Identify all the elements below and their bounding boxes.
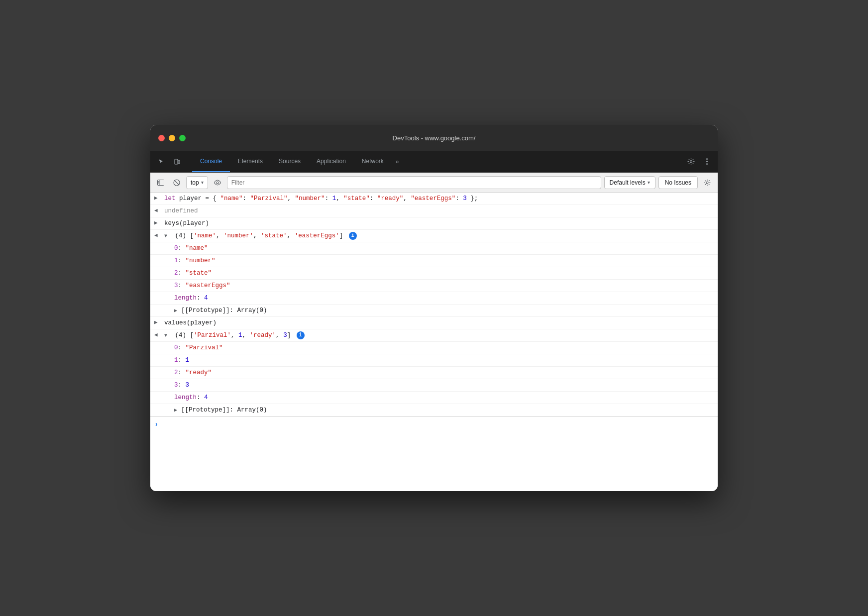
line-content: ▼ (4) ['name', 'number', 'state', 'easte… <box>164 231 714 241</box>
output-arrow: ◀ <box>154 330 164 340</box>
svg-point-3 <box>706 158 708 160</box>
console-line-array-item: 0: "Parzival" <box>150 342 718 354</box>
line-content: ▶[[Prototype]]: Array(0) <box>174 405 714 415</box>
info-badge[interactable]: i <box>297 331 305 339</box>
svg-point-2 <box>690 161 692 163</box>
console-line-array-item: length: 4 <box>150 292 718 305</box>
traffic-lights <box>158 135 186 141</box>
output-arrow: ◀ <box>154 231 164 240</box>
tab-bar-left-tools <box>154 151 188 172</box>
tab-elements[interactable]: Elements <box>230 151 271 172</box>
issues-button[interactable]: No Issues <box>658 176 698 189</box>
svg-point-14 <box>706 182 708 184</box>
console-input-line[interactable]: › <box>150 416 718 432</box>
input-arrow: ▶ <box>154 218 164 228</box>
expand-icon[interactable]: ▶ <box>174 307 181 315</box>
tabs: Console Elements Sources Application Net… <box>192 151 684 172</box>
line-content: 3: 3 <box>174 380 714 390</box>
close-button[interactable] <box>158 135 165 141</box>
tab-sources[interactable]: Sources <box>271 151 309 172</box>
console-input-field[interactable] <box>161 421 714 428</box>
log-levels-button[interactable]: Default levels ▾ <box>604 176 655 189</box>
more-options-button[interactable] <box>700 155 714 169</box>
line-content: length: 4 <box>174 393 714 403</box>
tab-bar-right-tools <box>684 151 714 172</box>
title-bar: DevTools - www.google.com/ <box>150 125 718 151</box>
settings-button[interactable] <box>684 155 698 169</box>
line-content: keys(player) <box>164 218 714 228</box>
console-line-output-3-header: ◀ ▼ (4) ['Parzival', 1, 'ready', 3] i <box>150 329 718 342</box>
console-line-array-item: 1: 1 <box>150 354 718 367</box>
line-content: 0: "name" <box>174 243 714 253</box>
console-line-prototype: ▶[[Prototype]]: Array(0) <box>150 305 718 317</box>
line-content: 3: "easterEggs" <box>174 281 714 291</box>
input-prompt: › <box>154 419 158 430</box>
output-arrow: ◀ <box>154 206 164 215</box>
console-line-input-1: ▶ let player = { "name": "Parzival", "nu… <box>150 193 718 205</box>
line-content: 2: "state" <box>174 268 714 278</box>
input-arrow: ▶ <box>154 194 164 203</box>
console-line-array-item: length: 4 <box>150 392 718 404</box>
devtools-window: DevTools - www.google.com/ Console Eleme <box>150 125 718 491</box>
console-line-output-2-header: ◀ ▼ (4) ['name', 'number', 'state', 'eas… <box>150 230 718 242</box>
console-line-output-1: ◀ undefined <box>150 205 718 217</box>
live-expressions-button[interactable] <box>211 176 224 189</box>
console-line-prototype: ▶[[Prototype]]: Array(0) <box>150 404 718 416</box>
svg-point-4 <box>706 161 708 162</box>
info-badge[interactable]: i <box>349 232 357 240</box>
console-line-array-item: 2: "state" <box>150 267 718 280</box>
device-toolbar-button[interactable] <box>170 155 184 169</box>
inspect-element-button[interactable] <box>154 155 168 169</box>
line-content: 2: "ready" <box>174 368 714 378</box>
line-content: 1: 1 <box>174 355 714 365</box>
svg-rect-1 <box>178 160 180 164</box>
console-toolbar: top ▾ Default levels ▾ No Issues <box>150 173 718 193</box>
issues-label: No Issues <box>665 179 691 186</box>
console-line-array-item: 3: 3 <box>150 379 718 392</box>
svg-line-12 <box>175 180 179 185</box>
minimize-button[interactable] <box>169 135 175 141</box>
input-arrow: ▶ <box>154 318 164 327</box>
console-line-array-item: 0: "name" <box>150 242 718 255</box>
line-content: undefined <box>164 206 714 216</box>
window-title: DevTools - www.google.com/ <box>393 134 476 142</box>
levels-label: Default levels <box>610 179 646 186</box>
expand-icon[interactable]: ▼ <box>164 332 171 340</box>
tab-network[interactable]: Network <box>354 151 392 172</box>
svg-point-5 <box>706 163 708 165</box>
svg-rect-0 <box>175 159 178 164</box>
context-label: top <box>191 179 199 186</box>
expand-icon[interactable]: ▼ <box>164 232 171 240</box>
tab-console[interactable]: Console <box>192 151 230 172</box>
clear-console-button[interactable] <box>170 176 183 189</box>
line-content: 0: "Parzival" <box>174 343 714 353</box>
levels-arrow-icon: ▾ <box>648 180 650 185</box>
tab-bar: Console Elements Sources Application Net… <box>150 151 718 173</box>
maximize-button[interactable] <box>179 135 186 141</box>
console-output: ▶ let player = { "name": "Parzival", "nu… <box>150 193 718 491</box>
console-line-array-item: 1: "number" <box>150 255 718 267</box>
line-content: length: 4 <box>174 293 714 303</box>
line-content: let player = { "name": "Parzival", "numb… <box>164 194 714 204</box>
show-sidebar-button[interactable] <box>154 176 167 189</box>
console-line-array-item: 2: "ready" <box>150 367 718 379</box>
expand-icon[interactable]: ▶ <box>174 407 181 414</box>
console-settings-button[interactable] <box>701 176 714 189</box>
line-content: ▼ (4) ['Parzival', 1, 'ready', 3] i <box>164 330 714 340</box>
context-selector[interactable]: top ▾ <box>186 176 208 189</box>
tab-application[interactable]: Application <box>309 151 354 172</box>
filter-input[interactable] <box>227 176 601 189</box>
line-content: values(player) <box>164 318 714 328</box>
console-line-input-3: ▶ values(player) <box>150 317 718 329</box>
console-line-input-2: ▶ keys(player) <box>150 217 718 230</box>
console-line-array-item: 3: "easterEggs" <box>150 280 718 292</box>
line-content: 1: "number" <box>174 256 714 266</box>
context-arrow-icon: ▾ <box>201 180 204 185</box>
svg-point-13 <box>217 182 218 184</box>
line-content: ▶[[Prototype]]: Array(0) <box>174 306 714 315</box>
more-tabs-button[interactable]: » <box>392 151 403 172</box>
